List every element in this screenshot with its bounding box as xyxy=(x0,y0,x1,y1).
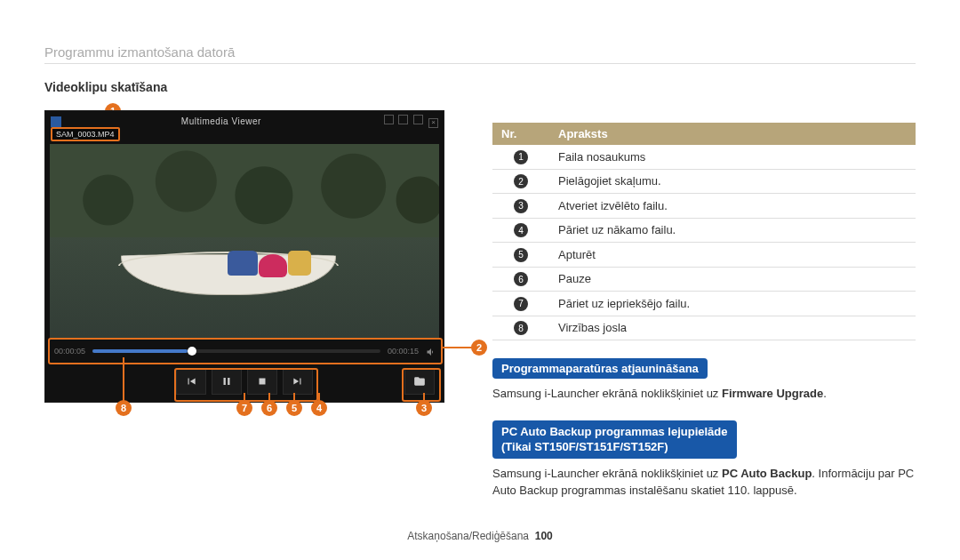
window-controls: × xyxy=(381,115,438,128)
breadcrumb-underline xyxy=(44,63,916,64)
video-filename-label: SAM_0003.MP4 xyxy=(51,127,120,141)
scene-bag-red xyxy=(259,254,287,277)
seek-handle[interactable] xyxy=(188,347,196,356)
callout-2-line xyxy=(441,347,473,348)
viewer-callout-wrap: 1 Multimedia Viewer × SAM_0003.MP4 xyxy=(44,110,455,403)
row-desc: Pāriet uz iepriekšējo failu. xyxy=(549,292,916,316)
th-nr: Nr. xyxy=(492,123,549,145)
next-button[interactable] xyxy=(283,368,313,395)
pcautobackup-text: Samsung i-Launcher ekrānā noklikšķiniet … xyxy=(492,466,916,500)
callout-2: 2 xyxy=(471,340,487,356)
seek-bar[interactable] xyxy=(92,349,380,353)
pause-icon xyxy=(220,375,233,388)
pause-button[interactable] xyxy=(212,368,242,395)
table-row: 2Pielāgojiet skaļumu. xyxy=(492,169,916,194)
table-row: 5Apturēt xyxy=(492,243,916,268)
row-desc: Faila nosaukums xyxy=(549,145,916,169)
callout-5: 5 xyxy=(286,400,302,416)
restore-icon[interactable] xyxy=(413,115,423,124)
left-column: Videoklipu skatīšana 1 Multimedia Viewer… xyxy=(44,80,455,500)
row-desc: Pāriet uz nākamo failu. xyxy=(549,218,916,243)
table-row: 8Virzības josla xyxy=(492,316,916,340)
table-row: 3Atveriet izvēlēto failu. xyxy=(492,194,916,219)
multimedia-viewer-window: Multimedia Viewer × SAM_0003.MP4 xyxy=(44,110,444,403)
table-row: 1Faila nosaukums xyxy=(492,145,916,169)
progress-row: 00:00:05 00:00:15 xyxy=(45,338,444,359)
next-icon xyxy=(292,375,304,388)
row-desc: Pauze xyxy=(549,267,916,292)
close-icon[interactable]: × xyxy=(428,118,438,128)
time-current: 00:00:05 xyxy=(54,347,85,356)
scene-trees xyxy=(50,144,439,237)
row-desc: Atveriet izvēlēto failu. xyxy=(549,194,916,219)
callout-4: 4 xyxy=(311,400,327,416)
app-title: Multimedia Viewer xyxy=(61,116,381,126)
description-table: Nr. Apraksts 1Faila nosaukums 2Pielāgoji… xyxy=(492,123,916,340)
page-footer: Atskaņošana/Rediģēšana 100 xyxy=(0,530,960,542)
window-icon xyxy=(51,116,61,127)
row-num: 8 xyxy=(514,321,528,335)
row-num: 6 xyxy=(514,272,528,286)
breadcrumb-text: Programmu izmantošana datorā xyxy=(44,44,235,60)
maximize-icon[interactable] xyxy=(398,115,408,124)
stop-icon xyxy=(256,375,268,388)
subhead-pcautobackup: PC Auto Backup programmas lejupielāde (T… xyxy=(492,420,737,459)
footer-page: 100 xyxy=(535,530,553,542)
row-num: 5 xyxy=(514,248,528,262)
scene-bag-blue xyxy=(228,251,258,276)
table-row: 7Pāriet uz iepriekšējo failu. xyxy=(492,292,916,316)
columns: Videoklipu skatīšana 1 Multimedia Viewer… xyxy=(44,80,916,500)
row-desc: Virzības josla xyxy=(549,316,916,340)
row-num: 2 xyxy=(514,174,528,188)
callout-7: 7 xyxy=(236,400,252,416)
row-desc: Apturēt xyxy=(549,243,916,268)
row-num: 1 xyxy=(514,150,528,164)
time-total: 00:00:15 xyxy=(388,347,419,356)
firmware-text: Samsung i-Launcher ekrānā noklikšķiniet … xyxy=(492,386,916,403)
footer-section: Atskaņošana/Rediģēšana xyxy=(407,530,529,542)
page: Programmu izmantošana datorā Videoklipu … xyxy=(0,0,960,517)
open-folder-button[interactable] xyxy=(404,368,435,395)
row-num: 3 xyxy=(514,199,528,213)
minimize-icon[interactable] xyxy=(384,115,394,124)
table-row: 4Pāriet uz nākamo failu. xyxy=(492,218,916,243)
breadcrumb: Programmu izmantošana datorā xyxy=(44,44,916,64)
section-title: Videoklipu skatīšana xyxy=(44,80,455,94)
subhead-firmware: Programmaparatūras atjaunināšana xyxy=(492,358,708,379)
row-desc: Pielāgojiet skaļumu. xyxy=(549,169,916,194)
row-num: 7 xyxy=(514,297,528,311)
callout-6: 6 xyxy=(261,400,277,416)
stop-button[interactable] xyxy=(247,368,277,395)
controls-row xyxy=(45,368,444,395)
table-row: 6Pauze xyxy=(492,267,916,292)
video-area[interactable] xyxy=(50,144,439,338)
callout-3: 3 xyxy=(416,400,432,416)
desc-tbody: 1Faila nosaukums 2Pielāgojiet skaļumu. 3… xyxy=(492,145,916,340)
scene-bag-yellow xyxy=(288,251,311,276)
volume-icon[interactable] xyxy=(426,347,435,356)
seek-fill xyxy=(92,349,188,353)
prev-button[interactable] xyxy=(176,368,206,395)
prev-icon xyxy=(185,375,197,388)
th-desc: Apraksts xyxy=(549,123,916,145)
folder-icon xyxy=(413,375,426,388)
callout-8: 8 xyxy=(116,400,132,416)
row-num: 4 xyxy=(514,223,528,237)
right-column: Nr. Apraksts 1Faila nosaukums 2Pielāgoji… xyxy=(492,80,916,500)
